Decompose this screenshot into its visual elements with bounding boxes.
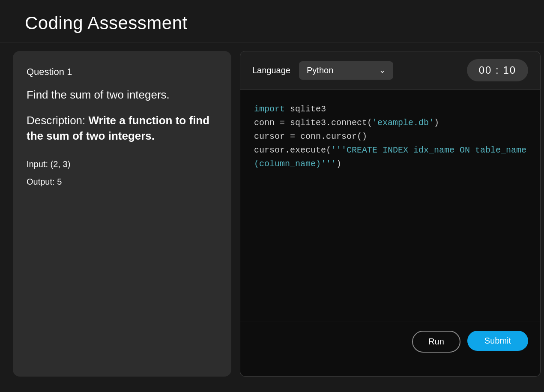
- question-number: Question 1: [27, 66, 218, 78]
- description-label: Description:: [27, 114, 85, 127]
- submit-button[interactable]: Submit: [467, 331, 528, 351]
- input-value: (2, 3): [51, 159, 71, 169]
- input-label: Input:: [27, 159, 48, 169]
- code-line-4: cursor.execute('''CREATE INDEX idx_name …: [254, 144, 526, 157]
- code-line-5: (column_name)'''): [254, 157, 526, 171]
- chevron-down-icon: ⌄: [379, 66, 386, 75]
- code-line-2: conn = sqlite3.connect('example.db'): [254, 116, 526, 130]
- timer-display: 00 : 10: [467, 59, 528, 81]
- question-description: Description: Write a function to find th…: [27, 113, 218, 144]
- language-value: Python: [307, 66, 333, 75]
- question-output: Output: 5: [27, 177, 218, 187]
- question-input: Input: (2, 3): [27, 159, 218, 169]
- editor-toolbar: Language Python ⌄ 00 : 10: [240, 51, 541, 90]
- output-value: 5: [57, 177, 62, 186]
- header: Coding Assessment: [0, 0, 544, 42]
- code-editor[interactable]: import sqlite3 conn = sqlite3.connect('e…: [240, 90, 541, 321]
- question-title: Find the sum of two integers.: [27, 88, 218, 102]
- output-label: Output:: [27, 177, 55, 186]
- page-title: Coding Assessment: [25, 13, 519, 33]
- run-button[interactable]: Run: [412, 331, 460, 353]
- bottom-panel: Run Submit: [240, 321, 541, 377]
- code-line-1: import sqlite3: [254, 102, 526, 116]
- language-selector[interactable]: Python ⌄: [299, 61, 393, 80]
- editor-panel: Language Python ⌄ 00 : 10 import sqlite3…: [240, 51, 541, 377]
- language-label: Language: [252, 66, 290, 75]
- code-line-3: cursor = conn.cursor(): [254, 130, 526, 144]
- main-content: Question 1 Find the sum of two integers.…: [0, 42, 544, 385]
- question-panel: Question 1 Find the sum of two integers.…: [13, 51, 231, 377]
